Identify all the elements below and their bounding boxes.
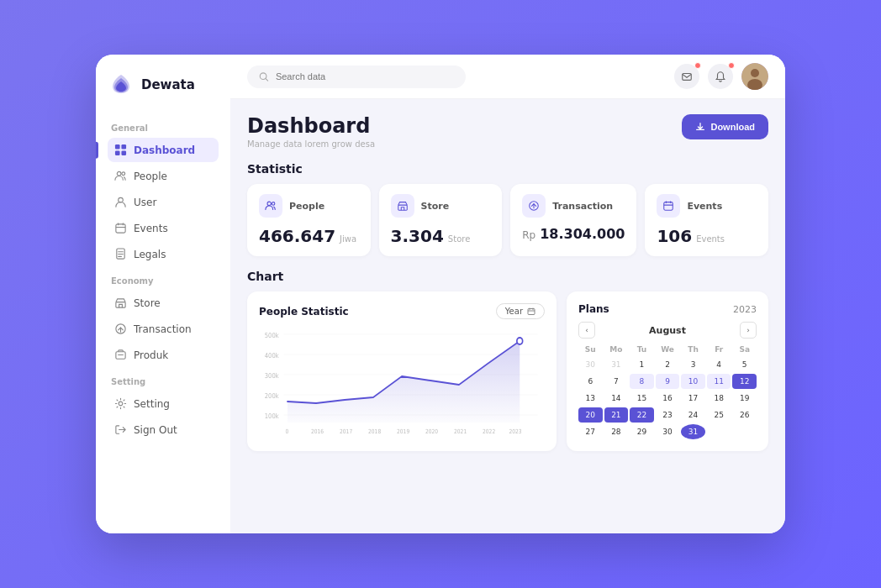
cal-day[interactable]: 31 <box>604 357 629 372</box>
sidebar-item-produk[interactable]: Produk <box>108 343 219 367</box>
sidebar-item-legals[interactable]: Legals <box>108 242 219 266</box>
general-section-label: General <box>108 123 219 133</box>
cal-day[interactable]: 26 <box>732 407 757 423</box>
year-filter[interactable]: Year <box>496 303 545 319</box>
cal-day[interactable]: 30 <box>656 424 680 439</box>
sidebar-item-events[interactable]: Events <box>108 216 219 240</box>
cal-day[interactable]: 2 <box>656 357 680 372</box>
stat-label-transaction: Transaction <box>552 201 613 212</box>
main-content: Dashboard Manage data lorem grow desa Do… <box>230 55 785 533</box>
stat-prefix-transaction: Rp <box>522 229 535 241</box>
stat-card-events: Events 106 Events <box>645 184 768 256</box>
prev-month-button[interactable]: ‹ <box>578 322 595 339</box>
calendar-title: Plans <box>578 303 609 315</box>
svg-text:0: 0 <box>285 428 288 435</box>
economy-section-label: Economy <box>108 276 219 286</box>
notification-badge <box>728 62 735 69</box>
setting-section-label: Setting <box>108 377 219 386</box>
sidebar-item-signout[interactable]: Sign Out <box>108 417 219 442</box>
stat-card-people: People 466.647 Jiwa <box>247 184 371 256</box>
cal-day[interactable]: 10 <box>681 374 705 389</box>
cal-header-tu: Tu <box>630 344 654 355</box>
stat-card-store: Store 3.304 Store <box>379 184 503 256</box>
bell-icon <box>715 71 726 82</box>
stat-unit-store: Store <box>448 234 470 244</box>
stat-value-people: 466.647 <box>259 226 335 246</box>
cal-day[interactable]: 1 <box>630 357 654 372</box>
sidebar-item-store[interactable]: Store <box>108 291 219 315</box>
cal-day[interactable]: 30 <box>578 357 603 372</box>
cal-day[interactable]: 27 <box>578 424 603 439</box>
cal-day[interactable]: 16 <box>656 391 680 406</box>
avatar[interactable] <box>741 63 768 90</box>
svg-text:2016: 2016 <box>311 428 324 435</box>
cal-day[interactable]: 19 <box>732 391 757 406</box>
outer-wrapper: Dewata General Dashboard <box>0 0 881 588</box>
stat-label-people: People <box>289 201 324 212</box>
cal-day[interactable]: 4 <box>707 357 731 372</box>
sidebar-item-transaction[interactable]: Transaction <box>108 317 219 341</box>
content-body: Dashboard Manage data lorem grow desa Do… <box>230 99 785 533</box>
cal-day[interactable]: 6 <box>578 374 603 389</box>
cal-day[interactable]: 24 <box>681 407 705 423</box>
sidebar-item-label: Dashboard <box>134 144 195 156</box>
title-area: Dashboard Manage data lorem grow desa <box>247 114 375 149</box>
download-icon <box>695 122 705 132</box>
calendar-header-row: Plans 2023 <box>578 303 757 315</box>
svg-point-44 <box>518 339 522 344</box>
area-chart: 500k 400k 300k 200k 100k 0 2016 2017 201… <box>259 326 545 435</box>
cal-day[interactable]: 12 <box>732 374 757 389</box>
sidebar-item-label: People <box>134 171 167 182</box>
sidebar-item-setting[interactable]: Setting <box>108 391 219 416</box>
cal-day-today[interactable]: 31 <box>681 424 705 439</box>
logo-icon <box>108 71 135 98</box>
sidebar-item-dashboard[interactable]: Dashboard <box>108 138 219 162</box>
cal-day[interactable]: 9 <box>656 374 680 389</box>
stat-unit-events: Events <box>696 234 725 244</box>
cal-day[interactable]: 3 <box>681 357 705 372</box>
search-bar[interactable] <box>247 66 466 88</box>
cal-day[interactable]: 25 <box>707 407 731 423</box>
cal-day[interactable]: 18 <box>707 391 731 406</box>
cal-day[interactable]: 28 <box>604 424 629 439</box>
cal-day[interactable]: 29 <box>630 424 654 439</box>
people-stat-icon <box>265 200 277 212</box>
topbar-right <box>674 63 768 90</box>
cal-day[interactable]: 23 <box>656 407 680 423</box>
cal-day[interactable]: 11 <box>707 374 731 389</box>
sidebar-item-label: User <box>134 197 156 208</box>
cal-header-mo: Mo <box>604 344 629 355</box>
svg-text:400k: 400k <box>265 351 280 360</box>
svg-rect-22 <box>664 202 673 211</box>
cal-day[interactable]: 14 <box>604 391 629 406</box>
logo-area: Dewata <box>108 71 219 98</box>
cal-day[interactable]: 17 <box>681 391 705 406</box>
next-month-button[interactable]: › <box>740 322 757 339</box>
page-title: Dashboard <box>247 114 375 138</box>
svg-rect-1 <box>121 144 126 150</box>
notification-button[interactable] <box>708 64 733 89</box>
transaction-icon-wrap <box>522 194 546 218</box>
cal-day[interactable]: 15 <box>630 391 654 406</box>
app-window: Dewata General Dashboard <box>96 55 785 533</box>
svg-point-18 <box>267 202 271 205</box>
mail-button[interactable] <box>674 64 699 89</box>
cal-day[interactable]: 20 <box>578 407 603 423</box>
cal-day[interactable]: 5 <box>732 357 757 372</box>
search-input[interactable] <box>276 71 454 81</box>
cal-day[interactable]: 22 <box>630 407 654 423</box>
cal-day[interactable]: 13 <box>578 391 603 406</box>
download-button[interactable]: Download <box>682 114 768 139</box>
legals-icon <box>114 248 127 260</box>
avatar-image <box>741 63 768 90</box>
sidebar-item-label: Transaction <box>134 323 192 335</box>
sidebar-item-people[interactable]: People <box>108 164 219 188</box>
cal-day[interactable]: 7 <box>604 374 629 389</box>
sidebar-item-user[interactable]: User <box>108 190 219 214</box>
cal-day[interactable]: 21 <box>604 407 629 423</box>
svg-rect-7 <box>116 224 125 233</box>
svg-text:300k: 300k <box>265 371 280 380</box>
calendar-small-icon <box>527 307 535 316</box>
cal-day[interactable]: 8 <box>630 374 654 389</box>
mail-icon <box>681 71 693 82</box>
